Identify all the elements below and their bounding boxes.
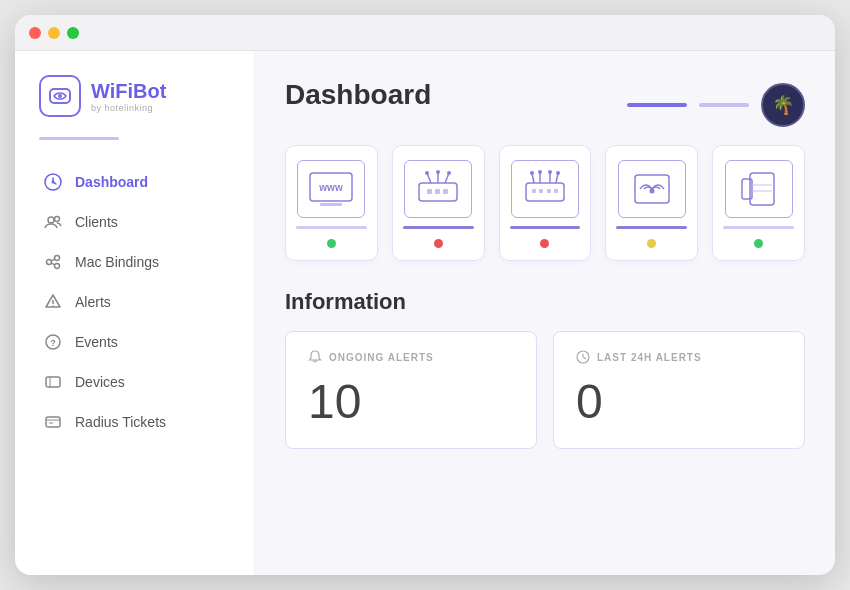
svg-point-5 [55,217,60,222]
svg-rect-42 [532,189,536,193]
svg-point-38 [530,171,534,175]
titlebar [15,15,835,51]
app-body: WiFiBot by hotelinking Dashboard [15,51,835,575]
device-card-ap[interactable] [605,145,698,261]
svg-line-9 [52,259,55,261]
sidebar-logo: WiFiBot by hotelinking [15,75,254,137]
svg-rect-30 [427,189,432,194]
24h-alerts-value: 0 [576,374,782,426]
svg-point-29 [447,171,451,175]
devices-row: www [285,145,805,261]
dashboard-icon [43,172,63,192]
status-dot-router1 [434,239,443,248]
router2-icon [511,160,579,218]
info-card-24h-alerts: LAST 24H ALERTS 0 [553,331,805,449]
device-card-box[interactable] [712,145,805,261]
device-status-bar-1 [296,226,367,229]
page-title: Dashboard [285,79,431,111]
clock-icon [576,350,590,364]
minimize-button[interactable] [48,27,60,39]
svg-line-54 [583,357,586,359]
logo-text: WiFiBot by hotelinking [91,80,166,113]
mac-icon [43,252,63,272]
device-status-bar-3 [510,226,581,229]
sidebar-item-radius-tickets[interactable]: Radius Tickets [15,402,254,442]
sidebar-label-clients: Clients [75,214,118,230]
header-bar-accent [627,103,687,107]
svg-rect-43 [539,189,543,193]
sidebar: WiFiBot by hotelinking Dashboard [15,51,255,575]
devices-icon [43,372,63,392]
sidebar-label-devices: Devices [75,374,125,390]
svg-point-12 [52,305,54,307]
sidebar-item-dashboard[interactable]: Dashboard [15,162,254,202]
svg-point-41 [556,171,560,175]
svg-rect-22 [320,203,342,206]
clients-icon [43,212,63,232]
device-card-router1[interactable] [392,145,485,261]
info-label-ongoing: ONGOING ALERTS [308,350,514,364]
sidebar-item-clients[interactable]: Clients [15,202,254,242]
24h-alerts-label: LAST 24H ALERTS [597,352,702,363]
device-status-bar-5 [723,226,794,229]
svg-rect-17 [46,417,60,427]
svg-text:www: www [319,182,344,193]
sidebar-divider [39,137,119,140]
sidebar-item-alerts[interactable]: Alerts [15,282,254,322]
info-label-24h: LAST 24H ALERTS [576,350,782,364]
traffic-lights [29,27,79,39]
close-button[interactable] [29,27,41,39]
www-server-icon: www [297,160,365,218]
logo-sub: by hotelinking [91,103,166,113]
app-window: WiFiBot by hotelinking Dashboard [15,15,835,575]
tickets-icon [43,412,63,432]
svg-rect-44 [547,189,551,193]
svg-point-4 [48,217,54,223]
access-point-icon [618,160,686,218]
svg-point-27 [425,171,429,175]
info-card-ongoing-alerts: ONGOING ALERTS 10 [285,331,537,449]
device-status-bar-4 [616,226,687,229]
bell-icon [308,350,322,364]
device-card-router2[interactable] [499,145,592,261]
sidebar-item-devices[interactable]: Devices [15,362,254,402]
header-right: 🌴 [627,83,805,127]
svg-rect-32 [443,189,448,194]
sidebar-label-mac-bindings: Mac Bindings [75,254,159,270]
events-icon: ? [43,332,63,352]
svg-point-7 [55,256,60,261]
sidebar-item-events[interactable]: ? Events [15,322,254,362]
info-row: ONGOING ALERTS 10 LAST 24H ALERTS 0 [285,331,805,449]
sidebar-item-mac-bindings[interactable]: Mac Bindings [15,242,254,282]
avatar-symbol: 🌴 [772,94,794,116]
svg-rect-15 [46,377,60,387]
svg-point-6 [47,260,52,265]
device-box-icon [725,160,793,218]
avatar[interactable]: 🌴 [761,83,805,127]
svg-rect-31 [435,189,440,194]
status-dot-ap [647,239,656,248]
svg-point-28 [436,170,440,174]
device-status-bar-2 [403,226,474,229]
svg-point-8 [55,264,60,269]
main-header: Dashboard 🌴 [285,79,805,127]
logo-title: WiFiBot [91,80,166,103]
main-content: Dashboard 🌴 www [255,51,835,575]
svg-rect-45 [554,189,558,193]
status-dot-www [327,239,336,248]
svg-rect-33 [526,183,564,201]
ongoing-alerts-label: ONGOING ALERTS [329,352,434,363]
sidebar-label-dashboard: Dashboard [75,174,148,190]
svg-point-47 [649,189,654,194]
sidebar-label-alerts: Alerts [75,294,111,310]
svg-line-10 [52,263,55,265]
svg-point-1 [58,94,62,98]
svg-rect-48 [750,173,774,205]
svg-point-3 [52,181,55,184]
device-card-www[interactable]: www [285,145,378,261]
status-dot-box [754,239,763,248]
maximize-button[interactable] [67,27,79,39]
status-dot-router2 [540,239,549,248]
ongoing-alerts-value: 10 [308,374,514,426]
sidebar-label-events: Events [75,334,118,350]
